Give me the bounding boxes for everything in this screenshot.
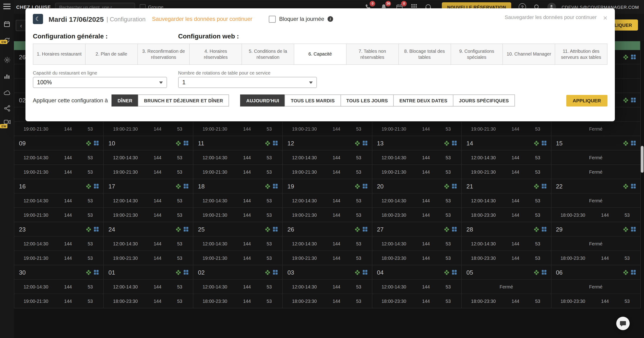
calendar-day-cell[interactable]: 24 12:00-14:301445319:00-21:3014453 <box>104 222 194 265</box>
service-slot: Fermé <box>551 193 640 207</box>
rotations-select[interactable]: 1 <box>178 77 317 88</box>
slot-time: 12:00-14:30 <box>292 198 326 203</box>
slot-capacity-2: 53 <box>170 241 189 246</box>
slot-capacity-2: 53 <box>81 169 100 174</box>
save-warning-text: Sauvegarder les données pour continuer <box>152 16 252 22</box>
group-icon <box>354 270 360 275</box>
calendar-day-cell[interactable]: 18 12:00-14:301445319:00-21:3014453 <box>194 179 283 222</box>
scope-button-3[interactable]: TOUS LES JOURS <box>340 95 394 107</box>
calendar-day-cell[interactable]: 14 12:00-14:301445319:00-21:3014453 <box>462 136 551 179</box>
slot-capacity-2: 53 <box>618 298 636 303</box>
tables-icon <box>542 227 546 231</box>
calendar-day-cell[interactable]: 23 12:00-14:301445319:00-21:3014453 <box>14 222 104 265</box>
service-slot: 19:00-21:3014453 <box>194 121 282 136</box>
slot-capacity-2: 53 <box>170 126 189 131</box>
calendar-day-cell[interactable]: 04 12:00-14:301445318:00-23:3014453 <box>372 265 462 308</box>
day-icons <box>176 270 188 275</box>
calendar-day-cell[interactable]: 25 12:00-14:301445319:00-21:3014453 <box>194 222 283 265</box>
service-button-2[interactable]: BRUNCH ET DÉJEUNER ET DÎNER <box>138 95 229 107</box>
calendar-day-cell[interactable]: 20 12:00-14:301445318:00-23:3014453 <box>372 179 462 222</box>
service-slot: 12:00-14:3014453 <box>14 236 104 250</box>
calendar-day-cell[interactable]: 12 12:00-14:301445319:00-21:3014453 <box>283 136 372 179</box>
slot-capacity-2: 53 <box>439 126 457 131</box>
close-icon[interactable]: × <box>603 14 608 22</box>
vertical-scrollbar[interactable] <box>641 146 644 173</box>
calendar-day-cell[interactable]: 06 Fermé18:00-23:3014453 <box>551 265 641 308</box>
scope-button-2[interactable]: TOUS LES MARDIS <box>285 95 341 107</box>
stats-icon[interactable] <box>0 73 14 80</box>
slot-capacity-2: 53 <box>439 255 457 260</box>
calendar-day-cell[interactable]: 13 12:00-14:301445319:00-21:3014453 <box>372 136 462 179</box>
slot-time: 12:00-14:30 <box>382 284 416 289</box>
slot-capacity: 144 <box>58 255 78 260</box>
calendar-day-cell[interactable]: 21 12:00-14:301445318:00-23:3014453 <box>462 179 551 222</box>
calendar-day-cell[interactable]: 27 12:00-14:301445318:00-23:3014453 <box>372 222 462 265</box>
slot-capacity: 144 <box>416 155 436 160</box>
slot-capacity-2: 53 <box>439 169 457 174</box>
tab-1[interactable]: 1. Horaires restaurant <box>33 44 86 65</box>
cloud-icon[interactable] <box>0 90 14 95</box>
block-day-checkbox[interactable]: Bloquer la journée i <box>269 16 333 23</box>
calendar-day-cell[interactable]: 09 12:00-14:301445319:00-21:3014453 <box>14 136 104 179</box>
tables-icon <box>452 270 457 274</box>
closed-label: Fermé <box>589 241 602 246</box>
calendar-day-cell[interactable]: 15 FerméFermé <box>551 136 641 179</box>
tab-9[interactable]: 9. Configurations spéciales <box>450 44 503 65</box>
calendar-day-cell[interactable]: 05 Fermé18:00-23:3014453 <box>462 265 551 308</box>
slot-time: 12:00-14:30 <box>203 241 237 246</box>
scope-button-1[interactable]: AUJOURD'HUI <box>240 95 285 107</box>
day-icons <box>86 141 99 146</box>
tab-2[interactable]: 2. Plan de salle <box>85 44 138 65</box>
share-icon[interactable] <box>0 105 14 112</box>
calendar-day-cell[interactable]: 11 12:00-14:301445319:00-21:3014453 <box>194 136 283 179</box>
closed-label: Fermé <box>589 155 602 160</box>
scope-button-4[interactable]: ENTRE DEUX DATES <box>394 95 454 107</box>
day-icons <box>623 184 636 189</box>
slot-capacity: 144 <box>416 126 436 131</box>
tables-icon <box>452 227 457 231</box>
calendar-day-cell[interactable]: 03 12:00-14:301445318:00-23:3014453 <box>283 265 372 308</box>
tab-3[interactable]: 3. Reconfirmation de réservations <box>137 44 190 65</box>
calendar-day-cell[interactable]: 26 12:00-14:301445319:00-21:3014453 <box>283 222 372 265</box>
capacity-field-label: Capacité du restaurant en ligne <box>33 70 178 76</box>
service-slot: Fermé <box>551 236 640 250</box>
scope-button-5[interactable]: JOURS SPÉCIFIQUES <box>453 95 515 107</box>
group-icon <box>265 184 270 189</box>
calendar-day-cell[interactable]: 10 12:00-14:301445319:00-21:3014453 <box>104 136 194 179</box>
previous-day-button[interactable]: ‹ <box>16 20 26 31</box>
calendar-day-cell[interactable]: 17 12:00-14:301445319:00-21:3014453 <box>104 179 194 222</box>
tab-6[interactable]: 6. Capacité <box>294 44 346 65</box>
tab-5[interactable]: 5. Conditions de la réservation <box>242 44 294 65</box>
slot-capacity-2: 53 <box>350 298 368 303</box>
tab-4[interactable]: 4. Horaires réservables <box>190 44 242 65</box>
settings-gear-icon[interactable] <box>0 57 14 64</box>
video-camera-icon[interactable] <box>0 119 14 125</box>
calendar-icon[interactable] <box>0 21 14 27</box>
service-slot: Fermé <box>462 279 551 293</box>
tab-10[interactable]: 10. Channel Manager <box>503 44 556 65</box>
calendar-day-cell[interactable]: 22 Fermé18:00-23:3014453 <box>551 179 641 222</box>
service-button-1[interactable]: DÎNER <box>112 95 138 107</box>
service-slot: 18:00-23:3014453 <box>462 250 551 265</box>
tab-11[interactable]: 11. Attribution des serveurs aux tables <box>555 44 608 65</box>
calendar-day-cell[interactable]: 30 12:00-14:301445319:00-21:3014453 <box>14 265 104 308</box>
slot-capacity: 144 <box>416 198 436 203</box>
chat-launcher[interactable] <box>616 317 630 330</box>
day-icons <box>354 227 367 232</box>
calendar-day-cell[interactable]: 02 12:00-14:301445318:00-23:3014453 <box>194 265 283 308</box>
calendar-day-cell[interactable]: 01 12:00-14:301445318:00-23:3014453 <box>104 265 194 308</box>
apply-button[interactable]: APPLIQUER <box>566 95 608 106</box>
capacity-select[interactable]: 100% <box>33 77 167 88</box>
calendar-day-cell[interactable]: 28 12:00-14:301445318:00-23:3014453 <box>462 222 551 265</box>
slot-time: 12:00-14:30 <box>292 284 326 289</box>
tab-7[interactable]: 7. Tables non réservables <box>346 44 399 65</box>
calendar-day-cell[interactable]: 29 Fermé18:00-23:3014453 <box>551 222 641 265</box>
menu-icon[interactable] <box>0 4 14 9</box>
day-header: 30 <box>14 265 104 279</box>
calendar-day-cell[interactable]: 19 12:00-14:301445319:00-21:3014453 <box>283 179 372 222</box>
calendar-day-cell[interactable]: 16 12:00-14:301445319:00-21:3014453 <box>14 179 104 222</box>
tab-8[interactable]: 8. Blocage total des tables <box>398 44 451 65</box>
slot-time: 18:00-23:30 <box>560 298 595 303</box>
configuration-tabs: 1. Horaires restaurant2. Plan de salle3.… <box>33 44 608 65</box>
slot-time: 12:00-14:30 <box>24 241 58 246</box>
